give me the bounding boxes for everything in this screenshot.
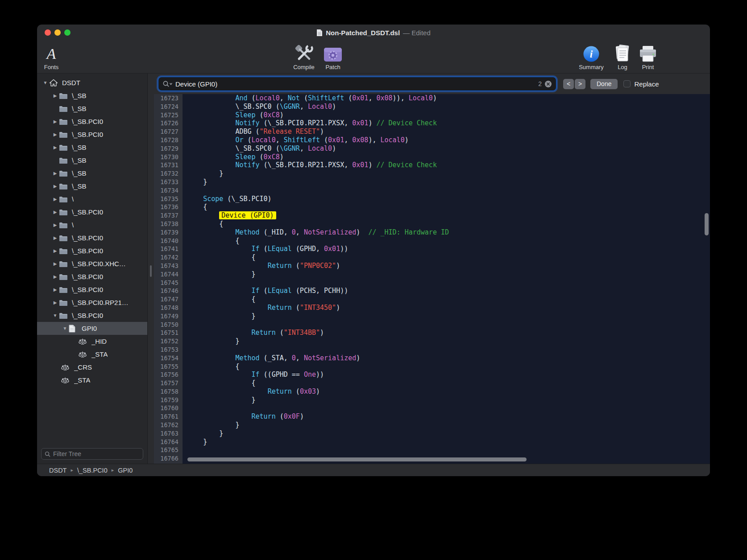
code-line[interactable]: 16763 } xyxy=(154,429,710,438)
tree-item-sbpci0[interactable]: ▶\_SB.PCI0 xyxy=(37,270,147,283)
code-line[interactable]: 16741 If (LEqual (GPHD, 0x01)) xyxy=(154,245,710,253)
tree-item-hid[interactable]: _HID xyxy=(37,335,147,348)
code-line[interactable]: 16747 { xyxy=(154,295,710,304)
tree-item-sbpci0[interactable]: ▶\_SB.PCI0 xyxy=(37,206,147,218)
tree-item-sb[interactable]: ▶\_SB xyxy=(37,89,147,102)
tree-item-gpi0[interactable]: ▼GPI0 xyxy=(37,322,147,335)
code-line[interactable]: 16727 ADBG ("Release RESET") xyxy=(154,128,710,136)
tree-item-sb[interactable]: ▶\_SB xyxy=(37,180,147,193)
disclosure-collapsed-icon[interactable]: ▶ xyxy=(51,248,59,253)
code-line[interactable]: 16755 { xyxy=(154,362,710,371)
disclosure-expanded-icon[interactable]: ▼ xyxy=(42,80,49,85)
code-area[interactable]: 16723 And (Local0, Not (ShiftLeft (0x01,… xyxy=(154,94,710,464)
code-line[interactable]: 16723 And (Local0, Not (ShiftLeft (0x01,… xyxy=(154,94,710,103)
tree-item-sta[interactable]: _STA xyxy=(37,348,147,361)
code-line[interactable]: 16752 } xyxy=(154,337,710,346)
code-line[interactable]: 16734 xyxy=(154,186,710,195)
fonts-button[interactable]: A Fonts xyxy=(37,42,71,70)
code-line[interactable]: 16737 Device (GPI0) xyxy=(154,211,710,220)
tree-item-sbpci0xhc[interactable]: ▶\_SB.PCI0.XHC… xyxy=(37,257,147,270)
print-button[interactable]: Print xyxy=(628,42,668,70)
tree-item-sb[interactable]: \_SB xyxy=(37,154,147,167)
code-line[interactable]: 16731 Notify (\_SB.PCI0.RP21.PXSX, 0x01)… xyxy=(154,161,710,169)
disclosure-collapsed-icon[interactable]: ▶ xyxy=(51,171,59,176)
tree-item-crs[interactable]: _CRS xyxy=(37,361,147,374)
code-line[interactable]: 16746 If (LEqual (PCHS, PCHH)) xyxy=(154,287,710,295)
code-line[interactable]: 16761 Return (0x0F) xyxy=(154,412,710,421)
search-icon[interactable] xyxy=(162,80,173,87)
code-line[interactable]: 16740 { xyxy=(154,237,710,245)
splitter-handle-icon[interactable] xyxy=(150,265,152,277)
tree-item-sbpci0[interactable]: ▼\_SB.PCI0 xyxy=(37,309,147,322)
disclosure-collapsed-icon[interactable]: ▶ xyxy=(51,210,59,214)
code-line[interactable]: 16724 \_SB.SPC0 (\GGNR, Local0) xyxy=(154,103,710,111)
replace-checkbox[interactable] xyxy=(623,80,631,87)
disclosure-collapsed-icon[interactable]: ▶ xyxy=(51,261,59,266)
breadcrumb-item[interactable]: \_SB.PCI0 xyxy=(77,467,108,474)
code-line[interactable]: 16725 Sleep (0xC8) xyxy=(154,111,710,119)
code-line[interactable]: 16735 Scope (\_SB.PCI0) xyxy=(154,195,710,203)
find-next-button[interactable]: > xyxy=(575,79,585,89)
filter-tree-field[interactable] xyxy=(41,448,143,460)
done-button[interactable]: Done xyxy=(590,79,618,89)
code-editor[interactable]: 16723 And (Local0, Not (ShiftLeft (0x01,… xyxy=(154,94,710,464)
tree-item-sta[interactable]: _STA xyxy=(37,374,147,387)
disclosure-collapsed-icon[interactable]: ▶ xyxy=(51,197,59,202)
code-line[interactable]: 16729 \_SB.SPC0 (\GGNR, Local0) xyxy=(154,144,710,153)
breadcrumb-item[interactable]: GPI0 xyxy=(118,467,133,474)
code-line[interactable]: 16757 { xyxy=(154,379,710,387)
code-line[interactable]: 16732 } xyxy=(154,169,710,178)
tree-item-sbpci0[interactable]: ▶\_SB.PCI0 xyxy=(37,244,147,257)
code-line[interactable]: 16745 xyxy=(154,279,710,287)
disclosure-collapsed-icon[interactable]: ▶ xyxy=(51,274,59,279)
code-line[interactable]: 16730 Sleep (0xC8) xyxy=(154,153,710,161)
disclosure-collapsed-icon[interactable]: ▶ xyxy=(51,287,59,292)
search-input[interactable] xyxy=(175,80,535,88)
code-line[interactable]: 16754 Method (_STA, 0, NotSerialized) xyxy=(154,354,710,362)
tree-item-sb[interactable]: ▶\_SB xyxy=(37,141,147,154)
tree-item-[interactable]: ▶\ xyxy=(37,218,147,231)
find-previous-button[interactable]: < xyxy=(563,79,574,89)
code-line[interactable]: 16759 } xyxy=(154,396,710,404)
code-line[interactable]: 16743 Return ("PNP0C02") xyxy=(154,262,710,270)
tree-item-sbpci0[interactable]: ▶\_SB.PCI0 xyxy=(37,115,147,128)
disclosure-collapsed-icon[interactable]: ▶ xyxy=(51,132,59,137)
code-line[interactable]: 16733 } xyxy=(154,178,710,186)
filter-tree-input[interactable] xyxy=(53,450,140,457)
disclosure-expanded-icon[interactable]: ▼ xyxy=(61,326,69,331)
code-line[interactable]: 16756 If ((GPHD == One)) xyxy=(154,371,710,379)
tree-item-sbpci0[interactable]: ▶\_SB.PCI0 xyxy=(37,231,147,244)
horizontal-scrollbar[interactable] xyxy=(187,457,527,461)
code-line[interactable]: 16749 } xyxy=(154,312,710,321)
code-line[interactable]: 16764 } xyxy=(154,438,710,446)
clear-search-icon[interactable] xyxy=(544,80,552,88)
code-line[interactable]: 16758 Return (0x03) xyxy=(154,387,710,396)
tree-item-[interactable]: ▶\ xyxy=(37,193,147,206)
vertical-scrollbar[interactable] xyxy=(705,213,709,235)
tree-item-dsdt[interactable]: ▼DSDT xyxy=(37,76,147,89)
code-line[interactable]: 16748 Return ("INT3450") xyxy=(154,304,710,312)
code-line[interactable]: 16751 Return ("INT34BB") xyxy=(154,329,710,337)
code-line[interactable]: 16753 xyxy=(154,346,710,354)
code-line[interactable]: 16726 Notify (\_SB.PCI0.RP21.PXSX, 0x01)… xyxy=(154,119,710,128)
tree-item-sbpci0rp21[interactable]: ▶\_SB.PCI0.RP21… xyxy=(37,296,147,309)
search-field[interactable]: 2 xyxy=(158,77,556,91)
tree-item-sbpci0[interactable]: ▶\_SB.PCI0 xyxy=(37,283,147,296)
disclosure-collapsed-icon[interactable]: ▶ xyxy=(51,300,59,305)
disclosure-collapsed-icon[interactable]: ▶ xyxy=(51,235,59,240)
code-line[interactable]: 16738 { xyxy=(154,220,710,228)
patch-button[interactable]: Patch xyxy=(313,42,353,70)
disclosure-collapsed-icon[interactable]: ▶ xyxy=(51,119,59,124)
code-line[interactable]: 16739 Method (_HID, 0, NotSerialized) //… xyxy=(154,228,710,237)
disclosure-collapsed-icon[interactable]: ▶ xyxy=(51,222,59,227)
code-line[interactable]: 16744 } xyxy=(154,270,710,279)
code-line[interactable]: 16728 Or (Local0, ShiftLeft (0x01, 0x08)… xyxy=(154,136,710,144)
code-line[interactable]: 16760 xyxy=(154,404,710,412)
code-line[interactable]: 16765 xyxy=(154,446,710,454)
pane-splitter[interactable] xyxy=(148,74,154,464)
code-line[interactable]: 16736 { xyxy=(154,203,710,211)
disclosure-expanded-icon[interactable]: ▼ xyxy=(51,313,59,318)
breadcrumb-item[interactable]: DSDT xyxy=(49,467,66,474)
disclosure-collapsed-icon[interactable]: ▶ xyxy=(51,145,59,150)
code-line[interactable]: 16750 xyxy=(154,321,710,329)
